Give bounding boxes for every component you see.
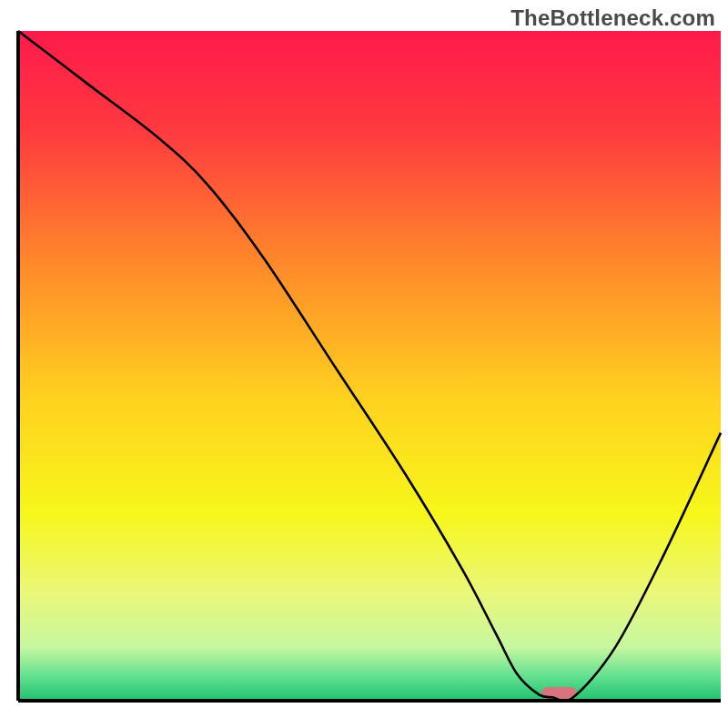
chart-background (18, 31, 721, 701)
bottleneck-chart (0, 0, 728, 728)
watermark-text: TheBottleneck.com (511, 5, 715, 31)
chart-frame: TheBottleneck.com (0, 0, 728, 728)
